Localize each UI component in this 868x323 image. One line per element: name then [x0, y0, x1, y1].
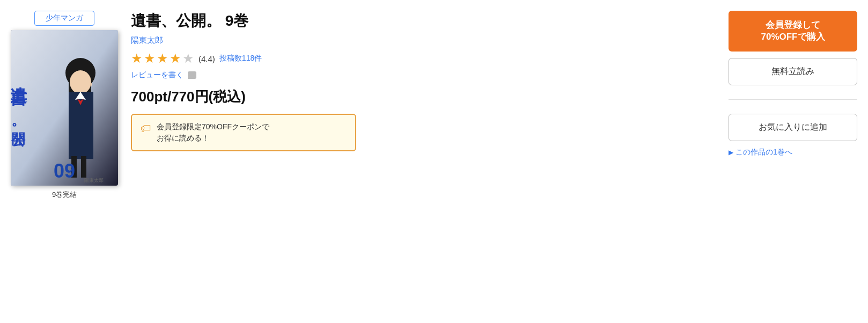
write-review-label: レビューを書く [131, 70, 183, 80]
genre-label: 少年マンガ [34, 11, 94, 26]
coupon-text: 会員登録限定70%OFFクーポンで お得に読める！ [157, 121, 269, 144]
star-1: ★ [131, 51, 143, 66]
svg-text:09: 09 [54, 160, 75, 182]
write-review-link[interactable]: レビューを書く [131, 70, 716, 80]
svg-rect-14 [81, 156, 86, 178]
star-2: ★ [144, 51, 156, 66]
cover-caption: 9巻完結 [52, 190, 77, 200]
action-section: 会員登録して 70%OFFで購入 無料立読み お気に入りに追加 ▶ この作品の1… [729, 11, 857, 157]
favorite-button[interactable]: お気に入りに追加 [729, 114, 857, 141]
svg-text:陽東太郎: 陽東太郎 [84, 178, 104, 183]
book-cover-section: 少年マンガ 遺書 公開。 [11, 11, 118, 200]
author-link[interactable]: 陽東太郎 [131, 35, 716, 46]
free-read-button[interactable]: 無料立読み [729, 58, 857, 85]
speech-bubble-icon [188, 71, 196, 79]
book-cover-image: 遺書 公開。 [11, 30, 118, 186]
star-3: ★ [157, 51, 168, 66]
coupon-icon: 🏷 [141, 122, 151, 135]
rating-number: (4.4) [198, 54, 215, 63]
triangle-icon: ▶ [729, 149, 733, 156]
divider [729, 99, 857, 100]
svg-point-8 [70, 70, 91, 94]
svg-rect-12 [69, 132, 93, 159]
review-count-link[interactable]: 投稿数118件 [219, 54, 262, 63]
coupon-box: 🏷 会員登録限定70%OFFクーポンで お得に読める！ [131, 114, 356, 151]
page-container: 少年マンガ 遺書 公開。 [11, 11, 857, 200]
star-rating: ★ ★ ★ ★ ★ [131, 51, 194, 66]
star-4: ★ [170, 51, 181, 66]
star-5: ★ [182, 51, 194, 66]
book-title: 遺書、公開。 9巻 [131, 11, 716, 31]
price: 700pt/770円(税込) [131, 87, 716, 106]
rating-row: ★ ★ ★ ★ ★ (4.4) 投稿数118件 [131, 51, 716, 66]
info-section: 遺書、公開。 9巻 陽東太郎 ★ ★ ★ ★ ★ (4.4) 投稿数118件 レ… [131, 11, 716, 151]
register-buy-button[interactable]: 会員登録して 70%OFFで購入 [729, 11, 857, 52]
volume1-link[interactable]: ▶ この作品の1巻へ [729, 148, 857, 157]
